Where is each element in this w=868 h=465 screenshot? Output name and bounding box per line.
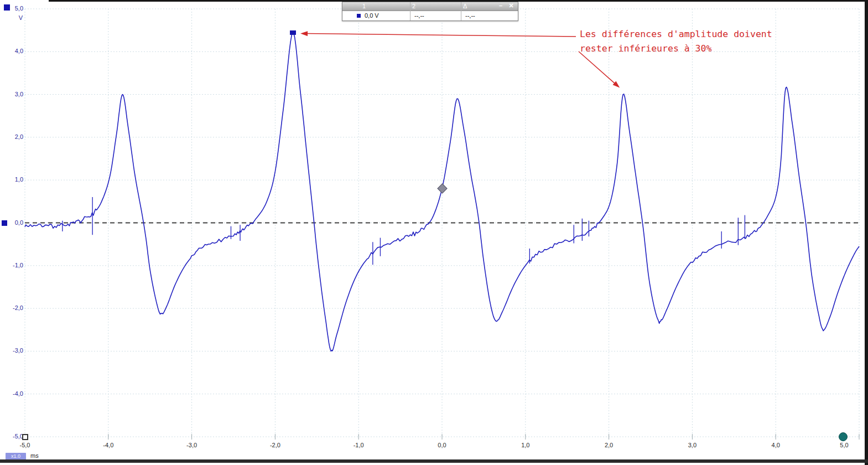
bottom-edge-bar [0, 459, 868, 463]
annotation-line-1: Les différences d'amplitude doivent [580, 27, 772, 42]
channel-1-value: 0,0 V [365, 12, 379, 19]
x-axis-unit: ms [30, 452, 39, 459]
channel-2-value: --,-- [414, 12, 424, 19]
measurement-panel[interactable]: 1 2 Δ – ✕ 0,0 V --,-- --,-- [342, 2, 518, 21]
top-edge-bar [49, 0, 868, 2]
waveform-plot [0, 0, 868, 465]
panel-column-2-header: 2 [412, 3, 415, 9]
panel-column-delta-header: Δ [463, 3, 467, 9]
axis-corner-handle[interactable] [22, 434, 28, 440]
peak-marker-square [290, 30, 296, 35]
close-icon[interactable]: ✕ [507, 2, 515, 9]
annotation-arrow-1 [300, 31, 576, 37]
delta-value: --,-- [465, 12, 475, 19]
scroll-position-dot[interactable] [839, 432, 848, 441]
channel-1-indicator [4, 4, 10, 11]
annotation-line-2: rester inférieures à 30% [580, 42, 772, 56]
oscilloscope-screen: 5,04,03,02,01,00,0-1,0-2,0-3,0-4,0-5,0-5… [0, 0, 868, 465]
right-edge-bar [865, 0, 868, 465]
annotation-arrow-2 [579, 51, 620, 88]
panel-separator [461, 2, 461, 20]
panel-column-1-header: 1 [362, 3, 366, 9]
ground-level-marker[interactable] [2, 220, 7, 226]
measurement-panel-row: 0,0 V --,-- --,-- [342, 11, 518, 20]
minimize-icon[interactable]: – [497, 2, 505, 9]
annotation-text: Les différences d'amplitude doivent rest… [580, 27, 772, 56]
measurement-panel-header[interactable]: 1 2 Δ – ✕ [342, 2, 518, 11]
panel-separator [410, 2, 410, 20]
channel-1-color-swatch [357, 14, 361, 18]
noise-spikes [63, 197, 745, 265]
